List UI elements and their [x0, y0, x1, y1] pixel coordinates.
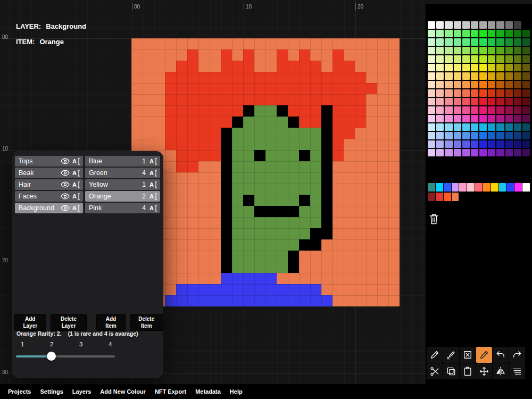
pixel-cell[interactable]	[176, 117, 187, 128]
color-swatch[interactable]	[471, 38, 478, 46]
pixel-cell[interactable]	[254, 206, 265, 217]
pixel-cell[interactable]	[254, 251, 265, 262]
pencil-active-tool[interactable]	[476, 347, 492, 363]
pixel-cell[interactable]	[243, 38, 254, 49]
pixel-cell[interactable]	[377, 217, 388, 228]
pixel-cell[interactable]	[288, 239, 299, 251]
pixel-cell[interactable]	[377, 295, 388, 306]
pixel-cell[interactable]	[176, 161, 187, 172]
pixel-cell[interactable]	[221, 83, 232, 94]
copy-tool[interactable]	[443, 363, 459, 379]
pixel-cell[interactable]	[176, 128, 187, 139]
color-swatch[interactable]	[514, 81, 521, 88]
pixel-cell[interactable]	[265, 273, 277, 284]
color-swatch[interactable]	[506, 183, 514, 192]
pixel-cell[interactable]	[187, 217, 198, 228]
pixel-cell[interactable]	[254, 94, 265, 105]
pixel-cell[interactable]	[254, 61, 265, 72]
pixel-cell[interactable]	[176, 239, 187, 251]
pixel-cell[interactable]	[388, 150, 400, 161]
pixel-cell[interactable]	[366, 228, 377, 239]
pixel-cell[interactable]	[232, 184, 243, 195]
pixel-cell[interactable]	[265, 251, 277, 262]
color-swatch[interactable]	[496, 149, 504, 156]
pixel-cell[interactable]	[165, 72, 176, 83]
color-swatch[interactable]	[462, 132, 470, 139]
pixel-cell[interactable]	[388, 273, 400, 284]
pixel-cell[interactable]	[299, 94, 310, 105]
pixel-cell[interactable]	[388, 228, 400, 239]
pixel-cell[interactable]	[321, 295, 332, 306]
pixel-cell[interactable]	[299, 161, 310, 172]
pixel-cell[interactable]	[165, 94, 176, 105]
pixel-cell[interactable]	[355, 128, 366, 139]
pixel-cell[interactable]	[176, 184, 187, 195]
color-swatch[interactable]	[436, 89, 444, 97]
pixel-cell[interactable]	[277, 94, 288, 105]
pixel-cell[interactable]	[332, 284, 344, 295]
color-swatch[interactable]	[505, 149, 513, 156]
pixel-cell[interactable]	[154, 128, 165, 139]
pixel-cell[interactable]	[221, 139, 232, 150]
pixel-cell[interactable]	[154, 38, 165, 49]
pixel-cell[interactable]	[154, 61, 165, 72]
color-swatch[interactable]	[454, 81, 461, 88]
rename-icon[interactable]: A	[149, 193, 157, 200]
pixel-cell[interactable]	[143, 49, 154, 61]
pixel-cell[interactable]	[198, 94, 210, 105]
pixel-cell[interactable]	[310, 38, 321, 49]
rarity-slider[interactable]	[16, 355, 115, 358]
color-swatch[interactable]	[479, 72, 487, 80]
pixel-cell[interactable]	[377, 139, 388, 150]
paste-tool[interactable]	[460, 363, 476, 379]
pixel-cell[interactable]	[232, 239, 243, 251]
color-swatch[interactable]	[479, 106, 487, 114]
color-swatch[interactable]	[428, 106, 435, 114]
color-swatch[interactable]	[467, 183, 475, 192]
pixel-cell[interactable]	[176, 284, 187, 295]
color-swatch[interactable]	[514, 30, 521, 37]
rename-icon[interactable]: A	[72, 170, 80, 177]
pixel-cell[interactable]	[254, 184, 265, 195]
pixel-cell[interactable]	[221, 284, 232, 295]
pixel-cell[interactable]	[310, 217, 321, 228]
pixel-cell[interactable]	[332, 128, 344, 139]
color-swatch[interactable]	[436, 132, 444, 139]
color-swatch[interactable]	[462, 89, 470, 97]
pixel-cell[interactable]	[243, 172, 254, 184]
pixel-cell[interactable]	[377, 273, 388, 284]
pixel-cell[interactable]	[288, 128, 299, 139]
pixel-cell[interactable]	[366, 251, 377, 262]
pixel-cell[interactable]	[210, 195, 221, 206]
color-swatch[interactable]	[514, 115, 521, 122]
color-swatch[interactable]	[428, 47, 435, 54]
pixel-cell[interactable]	[310, 117, 321, 128]
pixel-cell[interactable]	[344, 295, 355, 306]
color-swatch[interactable]	[462, 72, 470, 80]
color-swatch[interactable]	[522, 47, 530, 54]
pixel-cell[interactable]	[187, 172, 198, 184]
pixel-cell[interactable]	[221, 94, 232, 105]
pixel-cell[interactable]	[344, 262, 355, 273]
pixel-cell[interactable]	[176, 295, 187, 306]
pixel-cell[interactable]	[321, 72, 332, 83]
pixel-cell[interactable]	[232, 273, 243, 284]
color-swatch[interactable]	[491, 183, 498, 192]
pixel-cell[interactable]	[210, 38, 221, 49]
color-swatch[interactable]	[522, 55, 530, 63]
pixel-cell[interactable]	[321, 61, 332, 72]
pixel-cell[interactable]	[310, 239, 321, 251]
visibility-eye-icon[interactable]	[61, 193, 70, 200]
pixel-cell[interactable]	[332, 139, 344, 150]
pixel-cell[interactable]	[299, 217, 310, 228]
pixel-cell[interactable]	[210, 128, 221, 139]
color-swatch[interactable]	[454, 38, 461, 46]
pixel-cell[interactable]	[243, 161, 254, 172]
pixel-cell[interactable]	[131, 94, 143, 105]
pixel-cell[interactable]	[210, 239, 221, 251]
item-row-green[interactable]: Green4A	[85, 168, 160, 178]
color-swatch[interactable]	[496, 132, 504, 139]
pixel-cell[interactable]	[299, 206, 310, 217]
color-swatch[interactable]	[471, 115, 478, 122]
pixel-cell[interactable]	[232, 94, 243, 105]
